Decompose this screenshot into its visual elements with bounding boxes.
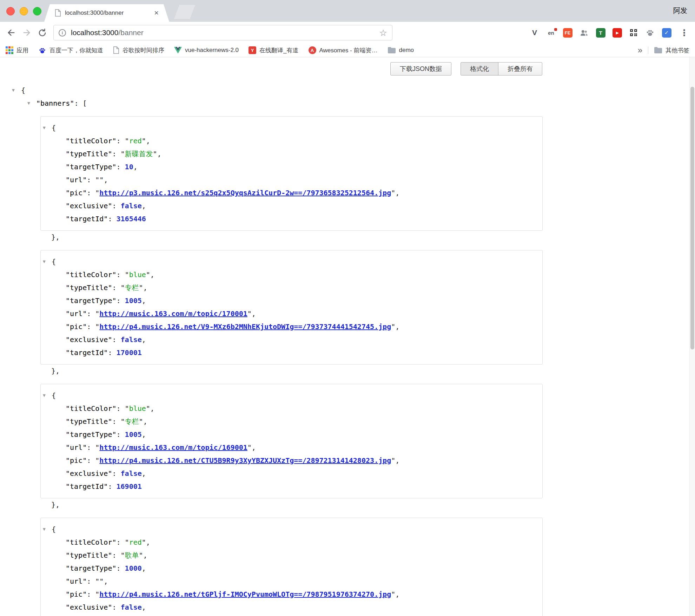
reload-button[interactable] [34,25,50,40]
json-comma: , [133,163,138,171]
json-quote: " [95,590,99,598]
bookmark-youdao[interactable]: Y 在线翻译_有道 [249,46,298,54]
json-colon: : [87,189,95,197]
other-bookmarks-folder[interactable]: 其他书签 [654,46,689,54]
minimize-window-button[interactable] [20,7,28,15]
json-key: "typeTitle" [66,150,112,158]
page-info-icon[interactable]: i [59,29,66,37]
bookmarks-overflow-icon[interactable]: » [638,45,642,55]
json-quote: " [95,309,99,318]
collapse-toggle-icon[interactable]: ▼ [27,101,30,105]
qrcode-icon[interactable] [628,27,639,38]
collapse-toggle-icon[interactable]: ▼ [43,393,46,398]
youtube-icon[interactable]: ▶ [612,27,622,38]
json-link-value[interactable]: http://music.163.com/m/topic/169001 [99,443,247,452]
json-property-line: "targetType": 10, [41,160,542,173]
json-key: "exclusive" [66,202,112,210]
url-text: localhost:3000/banner [71,28,144,37]
json-key: "targetId" [66,215,108,223]
json-comma: , [104,577,108,585]
address-bar[interactable]: i localhost:3000/banner ☆ [53,25,392,40]
forward-button[interactable] [19,25,34,40]
format-button[interactable]: 格式化 [461,62,498,76]
json-bracket: [ [82,99,87,107]
json-quote: " [125,137,129,145]
tampermonkey-icon[interactable]: T [595,27,606,38]
json-quote: " [95,443,99,452]
download-json-button[interactable]: 下载JSON数据 [390,62,451,76]
json-link-value[interactable]: http://music.163.com/m/topic/170001 [99,309,247,318]
json-key: "targetType" [66,296,117,305]
json-quote: " [247,443,252,452]
bookmark-baidu[interactable]: 百度一下，你就知道 [38,46,103,54]
json-comma: , [157,150,161,158]
translate-icon[interactable]: en [546,27,556,38]
bookmark-apps[interactable]: 应用 [6,46,28,54]
collapse-toggle-icon[interactable]: ▼ [12,88,15,92]
tab-close-icon[interactable]: × [154,8,159,18]
scrollbar-thumb[interactable] [690,87,694,349]
scrollbar-track[interactable] [689,57,695,616]
json-key: "targetType" [66,430,117,439]
json-number-value: 10 [125,163,133,171]
json-comma: , [142,430,146,439]
json-brace: { [52,124,56,132]
json-key: "exclusive" [66,469,112,478]
json-string-value: 专栏 [125,283,139,292]
json-comma: , [395,189,399,197]
collapse-toggle-icon[interactable]: ▼ [43,125,46,130]
format-collapse-button-group: 格式化 折叠所有 [461,62,542,76]
json-comma: , [142,469,146,478]
json-link-value[interactable]: http://p3.music.126.net/s25q2x5QyqsAzilC… [99,189,391,197]
toolbar: i localhost:3000/banner ☆ V en FE T ▶ ✓ … [0,22,695,44]
collapse-toggle-icon[interactable]: ▼ [43,259,46,264]
json-key: "titleColor" [66,137,117,145]
json-link-value[interactable]: http://p4.music.126.net/CTU5B9R9y3XyYBZX… [99,456,391,465]
back-button[interactable] [4,25,19,40]
window-controls [6,7,41,15]
json-link-value[interactable]: http://p4.music.126.net/V9-MXz6b2MNhEKju… [99,322,391,331]
json-property-line: "exclusive": false, [41,467,542,480]
collapse-all-button[interactable]: 折叠所有 [498,62,542,76]
json-property-line: "pic": "http://p4.music.126.net/tGPljf-I… [41,588,542,601]
json-colon: : [112,283,120,292]
json-key: "pic" [66,590,87,598]
browser-menu-icon[interactable]: ⋮ [680,28,689,38]
profile-name[interactable]: 阿发 [673,6,687,15]
new-tab-button[interactable] [174,5,195,19]
fehelper-icon[interactable]: FE [562,27,573,38]
folder-icon [654,47,662,54]
bookmark-star-icon[interactable]: ☆ [379,28,387,38]
close-window-button[interactable] [6,7,15,15]
collapse-toggle-icon[interactable]: ▼ [43,527,46,531]
json-quote: " [99,176,104,184]
bookmark-demo-folder[interactable]: demo [388,47,414,54]
json-colon: : [108,215,116,223]
bookmark-vue-hackernews[interactable]: vue-hackernews-2.0 [174,47,239,54]
json-colon: : [117,270,125,279]
zoom-window-button[interactable] [33,7,41,15]
json-property-line: "targetId": 3165446 [41,212,542,225]
json-link-value[interactable]: http://p4.music.126.net/tGPljf-IMOCyPvum… [99,590,391,598]
bookmark-awesomes[interactable]: A Awesomes - 前端资… [309,46,378,54]
viewer-header: 下载JSON数据 格式化 折叠所有 [0,57,695,84]
bookmark-google-sort[interactable]: 谷歌按时间排序 [113,46,164,54]
json-quote: " [99,577,104,585]
vimium-icon[interactable]: V [529,27,540,38]
people-icon[interactable] [579,27,589,38]
json-key: "url" [66,176,87,184]
active-tab[interactable]: localhost:3000/banner × [44,4,169,22]
json-key: "targetType" [66,564,117,572]
shield-check-icon[interactable]: ✓ [661,27,672,38]
paw-icon[interactable] [645,27,655,38]
json-property-line: "url": "", [41,173,542,186]
json-key: "url" [66,443,87,452]
json-key: "targetType" [66,163,117,171]
bookmarks-divider [648,46,648,54]
json-key: "exclusive" [66,603,112,611]
json-property-line: "exclusive": false, [41,333,542,346]
json-property-line: "typeTitle": "专栏", [41,415,542,428]
json-colon: : [117,430,125,439]
json-colon: : [112,469,120,478]
json-comma: , [252,309,256,318]
